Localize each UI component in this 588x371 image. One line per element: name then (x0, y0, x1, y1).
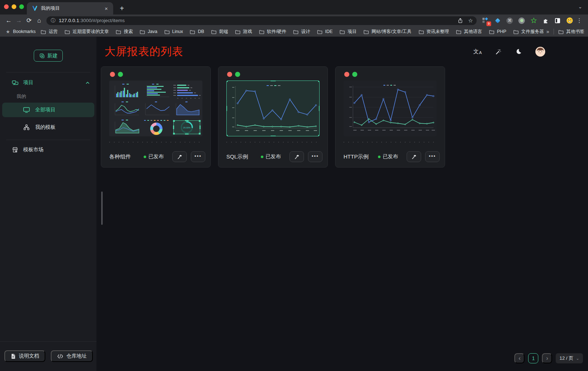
extension-record-icon[interactable] (518, 17, 526, 25)
docs-button[interactable]: 说明文档 (4, 350, 45, 362)
bookmark-folder[interactable]: 前端 (211, 29, 228, 35)
status-dot (378, 156, 381, 158)
more-actions-button[interactable]: ••• (308, 151, 322, 162)
bookmark-folder[interactable]: 软件/硬件 (259, 29, 286, 35)
forward-button[interactable]: → (14, 16, 24, 25)
next-page-button[interactable]: › (542, 353, 552, 363)
zoom-window-button[interactable] (19, 4, 24, 9)
new-project-button[interactable]: 新建 (34, 50, 63, 62)
hammer-icon (177, 154, 183, 160)
sidebar-group-projects[interactable]: 项目 (12, 77, 90, 88)
other-bookmarks[interactable]: 其他书签 (558, 29, 584, 35)
status-badge: 已发布 (378, 153, 398, 160)
site-favicon (32, 5, 38, 11)
bookmark-folder[interactable]: 文件服务器 (513, 29, 544, 35)
screen: 我的项目 × + ⌄ ← → ⟳ ⌂ ⓘ 127.0.0.1:3000/#/pr… (0, 0, 588, 371)
extension-emoji-icon[interactable] (566, 17, 573, 25)
bookmark-star-icon[interactable]: ☆ (468, 17, 473, 24)
monitor-icon (23, 107, 30, 113)
prev-page-button[interactable]: ‹ (514, 353, 525, 363)
green-dot (235, 72, 240, 77)
bookmark-folder[interactable]: 运营 (41, 29, 58, 35)
folder-icon (259, 29, 264, 34)
mini-donut-chart (142, 119, 171, 136)
site-info-icon[interactable]: ⓘ (51, 17, 55, 24)
hammer-icon (411, 154, 417, 160)
project-thumbnail[interactable] (344, 81, 437, 136)
mini-capsule-chart (172, 83, 201, 99)
tab-search-chevron-icon[interactable]: ⌄ (578, 4, 582, 9)
bookmark-folder[interactable]: 资讯未整理 (419, 29, 449, 35)
share-icon[interactable] (457, 18, 463, 24)
extension-command-icon[interactable]: ⌘ (506, 17, 514, 25)
browser-menu-icon[interactable]: ⋮ (576, 17, 583, 24)
browser-tab[interactable]: 我的项目 × (27, 2, 113, 15)
edit-project-button[interactable] (289, 151, 304, 162)
sidebar-item-template-market[interactable]: 模板市场 (2, 144, 94, 156)
edit-project-button[interactable] (407, 151, 421, 162)
folder-icon (317, 29, 322, 34)
bookmark-folder[interactable]: 其他语言 (456, 29, 482, 35)
project-card[interactable]: 25.00% 各种组件 已发布 ••• (101, 66, 211, 168)
repo-button[interactable]: 仓库地址 (51, 350, 93, 362)
collapse-chevron-icon[interactable] (85, 81, 90, 85)
tab-close-icon[interactable]: × (103, 5, 110, 12)
extension-diamond-icon[interactable] (494, 17, 502, 25)
edit-project-button[interactable] (172, 151, 187, 162)
sidebar-item-my-templates[interactable]: 我的模板 (2, 120, 94, 135)
bookmark-folder[interactable]: Java (140, 29, 157, 34)
back-button[interactable]: ← (4, 16, 14, 25)
bookmarks-right-group: » 其他书签 (543, 26, 584, 37)
extension-star-icon[interactable] (530, 17, 538, 25)
bookmark-folder[interactable]: 设计 (293, 29, 310, 35)
project-card[interactable]: HTTP示例 已发布 ••• (335, 66, 445, 168)
bookmark-folder[interactable]: DB (190, 29, 204, 34)
bookmark-folder[interactable]: 网站/博客/文章/工具 (363, 29, 411, 35)
new-tab-button[interactable]: + (117, 3, 127, 13)
bookmark-folder[interactable]: PHP (489, 29, 506, 34)
minimize-window-button[interactable] (12, 4, 16, 9)
close-window-button[interactable] (4, 4, 9, 9)
project-title: SQL示例 (226, 153, 261, 160)
bookmarks-overflow-icon[interactable]: » (546, 29, 549, 34)
extensions-puzzle-icon[interactable] (542, 17, 550, 25)
bookmark-folder[interactable]: IDE (317, 29, 333, 34)
current-page-button[interactable]: 1 (528, 353, 538, 363)
selection-handle (271, 81, 276, 81)
extension-sidepanel-icon[interactable] (554, 17, 562, 25)
user-avatar[interactable] (535, 47, 545, 57)
home-button[interactable]: ⌂ (34, 16, 44, 25)
folder-icon (190, 29, 195, 34)
projects-icon (12, 79, 18, 86)
folder-icon (116, 29, 121, 34)
content-scrollbar[interactable] (101, 191, 103, 225)
extension-grid-icon[interactable]: 9 (482, 17, 490, 25)
bookmark-folder[interactable]: 项目 (340, 29, 357, 35)
reload-button[interactable]: ⟳ (24, 16, 34, 25)
folder-icon (489, 29, 494, 34)
project-thumbnail[interactable]: 25.00% (109, 81, 202, 136)
sidebar-item-all-projects[interactable]: 全部项目 (2, 103, 94, 117)
address-bar[interactable]: ⓘ 127.0.0.1:3000/#/project/items ☆ (46, 16, 477, 25)
language-icon[interactable]: 文A (473, 47, 481, 56)
pagination: ‹ 1 › 12 / 页 ⌄ (514, 353, 583, 363)
bookmarks-label[interactable]: Bookmarks (13, 29, 36, 34)
project-thumbnail[interactable] (226, 81, 320, 136)
bookmark-folder[interactable]: 近期需要读的文章 (65, 29, 109, 35)
bookmark-folder[interactable]: Linux (164, 29, 183, 34)
magic-wand-icon[interactable] (495, 47, 502, 56)
url-text: 127.0.0.1:3000/#/project/items (59, 18, 454, 23)
more-actions-button[interactable]: ••• (191, 151, 205, 162)
bookmark-folder[interactable]: 游戏 (235, 29, 252, 35)
red-dot (344, 72, 349, 77)
extensions-row: 9 ⌘ (482, 17, 573, 25)
mini-line-chart (142, 101, 171, 118)
project-title: 各种组件 (109, 153, 144, 160)
bookmarks-star-icon[interactable]: ★ (6, 29, 10, 34)
bookmark-folder[interactable]: 搜索 (116, 29, 133, 35)
url-path: :3000/#/project/items (79, 18, 124, 23)
page-size-select[interactable]: 12 / 页 ⌄ (556, 353, 583, 363)
more-actions-button[interactable]: ••• (425, 151, 440, 162)
project-card[interactable]: SQL示例 已发布 ••• (218, 66, 328, 168)
dark-mode-moon-icon[interactable] (515, 47, 522, 56)
